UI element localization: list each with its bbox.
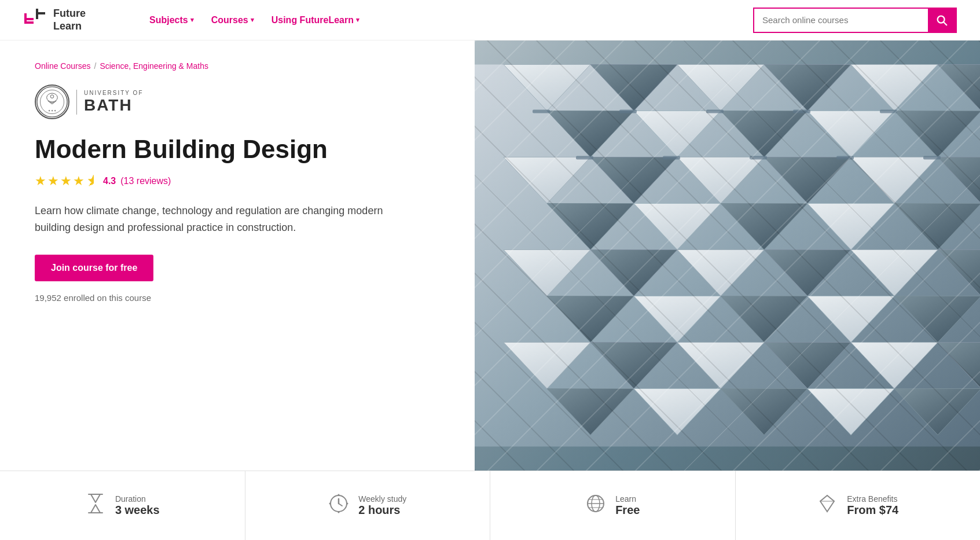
svg-marker-15	[677, 65, 764, 111]
search-area	[753, 8, 957, 33]
diamond-icon	[817, 493, 838, 519]
futurelearn-logo-icon	[23, 8, 49, 33]
svg-marker-50	[851, 343, 938, 389]
svg-marker-43	[721, 296, 808, 343]
star-5-half: ⯨	[86, 174, 98, 189]
university-seal-graphic: ✦ ✦ ✦	[36, 86, 68, 118]
weekly-study-label: Weekly study	[358, 494, 406, 504]
duration-text: Duration 3 weeks	[115, 494, 160, 517]
search-input[interactable]	[754, 9, 928, 32]
star-1: ★	[35, 174, 46, 189]
svg-point-74	[329, 502, 331, 504]
svg-marker-39	[851, 250, 938, 296]
clock-icon	[328, 493, 349, 519]
svg-marker-34	[894, 204, 980, 250]
svg-line-6	[944, 22, 946, 25]
course-rating: ★ ★ ★ ★ ⯨ 4.3 (13 reviews)	[35, 174, 440, 189]
svg-marker-36	[590, 250, 677, 296]
svg-rect-12	[475, 65, 980, 447]
extra-benefits-value: From $74	[847, 504, 898, 517]
learn-label: Learn	[615, 494, 640, 504]
svg-marker-27	[764, 157, 851, 204]
svg-marker-46	[504, 343, 590, 389]
building-svg	[475, 41, 980, 471]
svg-rect-65	[836, 156, 854, 160]
star-3: ★	[60, 174, 72, 189]
svg-rect-2	[24, 13, 27, 24]
svg-marker-44	[808, 296, 894, 343]
svg-rect-62	[576, 156, 593, 160]
bottom-item-extra-benefits: Extra Benefits From $74	[736, 471, 981, 540]
nav-using-futurelearn[interactable]: Using FutureLearn ▾	[266, 10, 365, 30]
weekly-study-value: 2 hours	[358, 504, 406, 517]
svg-rect-63	[663, 156, 680, 160]
svg-marker-82	[820, 495, 834, 501]
svg-marker-51	[938, 343, 980, 389]
bottom-bar: Duration 3 weeks Weekly study 2 hours	[0, 471, 980, 540]
svg-marker-28	[851, 157, 938, 204]
svg-marker-40	[938, 250, 980, 296]
svg-marker-53	[634, 389, 721, 435]
logo[interactable]: Future Learn	[23, 8, 86, 33]
hourglass-icon	[85, 492, 106, 520]
svg-marker-21	[721, 111, 808, 157]
join-course-button[interactable]: Join course for free	[35, 255, 153, 281]
nav-courses[interactable]: Courses ▾	[205, 10, 260, 30]
breadcrumb: Online Courses / Science, Engineering & …	[35, 61, 440, 71]
svg-marker-32	[721, 204, 808, 250]
svg-point-75	[347, 502, 348, 504]
svg-rect-57	[533, 110, 550, 113]
svg-marker-45	[894, 296, 980, 343]
svg-marker-38	[764, 250, 851, 296]
svg-marker-41	[547, 296, 634, 343]
enrolled-count: 19,952 enrolled on this course	[35, 293, 440, 303]
svg-marker-17	[851, 65, 938, 111]
svg-marker-24	[504, 157, 590, 204]
svg-marker-29	[938, 157, 980, 204]
star-4: ★	[73, 174, 85, 189]
main-nav: Subjects ▾ Courses ▾ Using FutureLearn ▾	[144, 10, 365, 30]
course-content: Online Courses / Science, Engineering & …	[0, 41, 475, 471]
svg-marker-49	[764, 343, 851, 389]
svg-marker-48	[677, 343, 764, 389]
star-rating: ★ ★ ★ ★ ⯨	[35, 174, 98, 189]
svg-marker-33	[808, 204, 894, 250]
course-hero-image	[475, 41, 980, 471]
svg-marker-26	[677, 157, 764, 204]
chevron-down-icon: ▾	[190, 16, 194, 24]
svg-marker-52	[547, 389, 634, 435]
svg-rect-60	[793, 110, 810, 113]
svg-point-72	[338, 494, 340, 495]
breadcrumb-separator: /	[94, 61, 97, 71]
svg-rect-58	[619, 110, 637, 113]
course-title: Modern Building Design	[35, 135, 440, 163]
chevron-down-icon: ▾	[356, 16, 359, 24]
svg-marker-19	[547, 111, 634, 157]
chevron-down-icon: ▾	[251, 16, 254, 24]
breadcrumb-link-online-courses[interactable]: Online Courses	[35, 61, 91, 71]
globe-icon	[585, 493, 606, 519]
svg-rect-4	[36, 12, 45, 14]
header: Future Learn Subjects ▾ Courses ▾ Using …	[0, 0, 980, 41]
svg-text:✦ ✦ ✦: ✦ ✦ ✦	[48, 109, 56, 112]
svg-marker-16	[764, 65, 851, 111]
svg-marker-54	[721, 389, 808, 435]
search-container	[753, 8, 957, 33]
extra-benefits-text: Extra Benefits From $74	[847, 494, 898, 517]
svg-marker-22	[808, 111, 894, 157]
svg-marker-18	[938, 65, 980, 111]
logo-text: Future Learn	[53, 8, 86, 32]
svg-marker-23	[894, 111, 980, 157]
svg-marker-30	[547, 204, 634, 250]
rating-score: 4.3	[103, 176, 116, 186]
learn-text: Learn Free	[615, 494, 640, 517]
svg-marker-37	[677, 250, 764, 296]
search-button[interactable]	[928, 8, 956, 33]
main-content: Online Courses / Science, Engineering & …	[0, 41, 980, 471]
breadcrumb-link-science[interactable]: Science, Engineering & Maths	[100, 61, 208, 71]
svg-point-73	[338, 511, 340, 513]
svg-rect-61	[880, 110, 897, 113]
nav-subjects[interactable]: Subjects ▾	[144, 10, 200, 30]
course-description: Learn how climate change, technology and…	[35, 203, 405, 236]
weekly-study-text: Weekly study 2 hours	[358, 494, 406, 517]
